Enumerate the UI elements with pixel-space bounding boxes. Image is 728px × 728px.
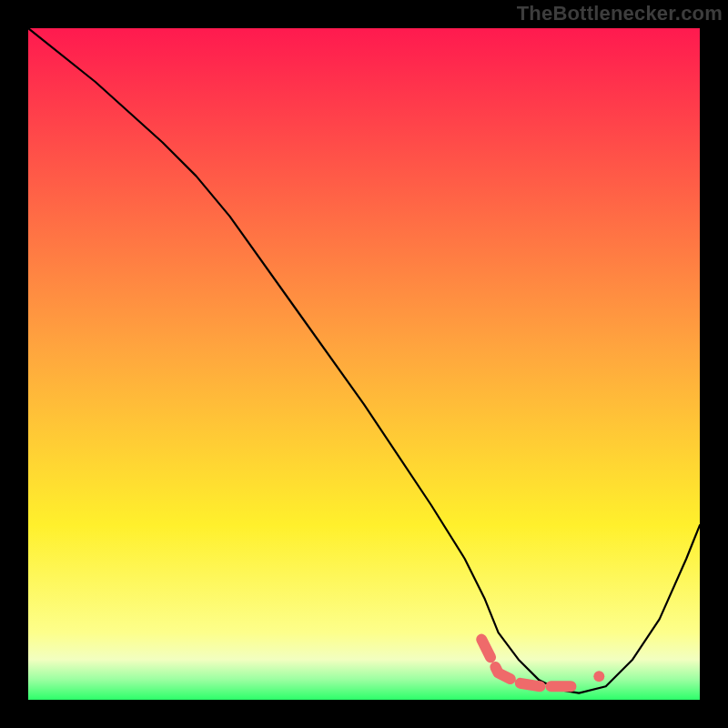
plot-background xyxy=(28,28,700,700)
attribution-text: TheBottlenecker.com xyxy=(517,2,723,25)
highlight-marker xyxy=(593,671,604,682)
